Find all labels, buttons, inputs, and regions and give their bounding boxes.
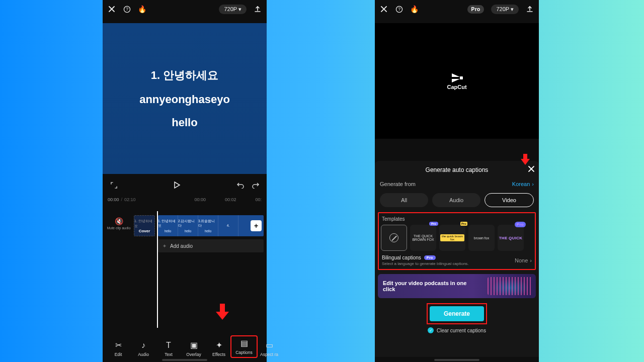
panel-header: Generate auto captions: [375, 161, 539, 179]
redo-icon[interactable]: [252, 181, 260, 189]
svg-rect-4: [460, 76, 463, 79]
source-video[interactable]: Video: [485, 193, 534, 207]
close-icon[interactable]: [380, 5, 388, 13]
template-list: THE QUICK BROWN FOXProthe quick brown fo…: [381, 225, 533, 251]
source-all[interactable]: All: [380, 193, 428, 207]
check-icon: ✓: [428, 327, 434, 333]
playhead[interactable]: [157, 211, 158, 328]
timeline-ruler: 00:00 / 02:10 00:00 00:02 00:: [103, 196, 267, 202]
add-audio-track[interactable]: ＋Add audio: [158, 239, 264, 252]
captions-icon: ▤: [240, 338, 248, 348]
bilingual-captions-row[interactable]: Bilingual captions Pro Select a language…: [381, 255, 533, 266]
pro-badge: Pro: [429, 222, 438, 226]
help-icon[interactable]: ?: [123, 5, 131, 13]
tool-edit[interactable]: ✂Edit: [106, 340, 131, 357]
bilingual-subtitle: Select a language to generate bilingual …: [382, 261, 469, 266]
tool-aspect[interactable]: ▭Aspect ra: [257, 340, 282, 357]
capcut-logo-icon: [450, 72, 464, 84]
time-duration: 02:10: [124, 197, 136, 202]
waveform-art: [488, 277, 533, 295]
template-option[interactable]: THE QUICK BROWN FOXPro: [410, 225, 436, 251]
caption-line-1: 1. 안녕하세요: [151, 68, 218, 83]
phone-right: ? 🔥 Pro 720P ▾ CapCut Generate auto capt…: [375, 0, 539, 362]
fullscreen-icon[interactable]: [110, 181, 118, 189]
caption-line-3: hello: [172, 116, 197, 129]
player-controls: [103, 174, 267, 196]
topbar-right: ? 🔥 Pro 720P ▾: [375, 0, 539, 18]
audio-icon: ♪: [141, 341, 145, 350]
timeline[interactable]: 🔇 Mute clip audio 1. 안녕하세요 Cover 1. 안녕하세…: [103, 202, 267, 273]
tool-overlay[interactable]: ▣Overlay: [181, 340, 206, 357]
phone-left: ? 🔥 720P ▾ 1. 안녕하세요 annyeonghaseyo hello: [103, 0, 267, 362]
tool-audio[interactable]: ♪Audio: [131, 341, 156, 357]
undo-icon[interactable]: [236, 181, 245, 189]
play-icon[interactable]: [173, 181, 181, 189]
clip-frame[interactable]: 3.죄송합니다hello: [198, 215, 218, 236]
caption-line-2: annyeonghaseyo: [139, 93, 230, 106]
flame-icon[interactable]: 🔥: [410, 5, 418, 13]
language-selector[interactable]: Korean ›: [512, 181, 534, 187]
export-icon[interactable]: [526, 5, 534, 13]
home-indicator: [434, 359, 479, 361]
resolution-pill[interactable]: 720P ▾: [491, 5, 519, 14]
tool-effects[interactable]: ✦Effects: [206, 340, 231, 357]
text-icon: T: [166, 341, 171, 350]
aspect ra-icon: ▭: [266, 340, 273, 350]
chevron-right-icon: ›: [530, 257, 532, 263]
bottom-toolbar: ✂Edit♪AudioTText▣Overlay✦Effects▤Caption…: [103, 326, 267, 357]
source-segmented-control: AllAudioVideo: [375, 189, 539, 209]
bilingual-title: Bilingual captions Pro: [382, 255, 469, 260]
chevron-right-icon: ›: [532, 181, 534, 187]
edit-icon: ✂: [115, 340, 122, 350]
auto-captions-panel: Generate auto captions Generate from Kor…: [375, 161, 539, 357]
clip-frame[interactable]: 1. 안녕하세요hello: [158, 215, 178, 236]
topbar-left: ? 🔥 720P ▾: [103, 0, 267, 18]
resolution-pill[interactable]: 720P ▾: [219, 5, 247, 14]
source-audio[interactable]: Audio: [432, 193, 480, 207]
pro-badge[interactable]: Pro: [467, 5, 485, 14]
video-track[interactable]: 1. 안녕하세요hello2.감사합니다hello3.죄송합니다hello4.: [158, 215, 264, 236]
annotation-highlight-box: Generate: [427, 303, 487, 324]
pro-badge: Pro: [515, 222, 526, 227]
panel-title: Generate auto captions: [426, 166, 489, 173]
pro-badge: Pro: [460, 222, 467, 226]
export-icon[interactable]: [254, 5, 262, 13]
time-current: 00:00: [108, 197, 119, 202]
add-clip-button[interactable]: +: [251, 220, 262, 231]
home-indicator: [162, 359, 207, 361]
clip-frame[interactable]: 4.: [218, 215, 238, 236]
video-preview: CapCut: [375, 23, 539, 139]
promo-banner[interactable]: Edit your video podcasts in one click: [378, 274, 536, 298]
panel-close-icon[interactable]: [528, 165, 535, 172]
generate-from-row: Generate from Korean ›: [375, 179, 539, 189]
tool-text[interactable]: TText: [156, 341, 181, 357]
clip-frame[interactable]: 2.감사합니다hello: [178, 215, 198, 236]
generate-from-label: Generate from: [380, 181, 416, 187]
annotation-arrow: [521, 154, 530, 166]
templates-label: Templates: [382, 216, 532, 222]
clear-captions-toggle[interactable]: ✓ Clear current captions: [375, 327, 539, 333]
mute-icon: 🔇: [106, 217, 132, 225]
close-icon[interactable]: [108, 5, 116, 13]
tool-captions[interactable]: ▤Captions: [231, 336, 257, 357]
svg-text:?: ?: [398, 7, 400, 12]
overlay-icon: ▣: [190, 340, 198, 350]
template-option[interactable]: THE QUICKPro: [498, 225, 524, 251]
none-icon: [389, 233, 398, 242]
cover-thumbnail[interactable]: 1. 안녕하세요 Cover: [134, 215, 155, 236]
annotation-arrow: [216, 304, 229, 321]
generate-button[interactable]: Generate: [430, 306, 484, 321]
capcut-logo-text: CapCut: [447, 84, 466, 90]
template-option[interactable]: brown fox: [468, 225, 495, 251]
bilingual-value: None ›: [515, 257, 532, 263]
template-option[interactable]: [381, 225, 407, 251]
video-preview: 1. 안녕하세요 annyeonghaseyo hello: [103, 23, 267, 174]
annotation-highlight-box: Templates THE QUICK BROWN FOXProthe quic…: [378, 212, 536, 270]
effects-icon: ✦: [216, 340, 222, 350]
svg-text:?: ?: [126, 7, 128, 12]
mute-clip-audio[interactable]: 🔇 Mute clip audio: [106, 217, 132, 230]
help-icon[interactable]: ?: [395, 5, 403, 13]
template-option[interactable]: the quick brown foxPro: [439, 225, 465, 251]
flame-icon[interactable]: 🔥: [138, 5, 146, 13]
